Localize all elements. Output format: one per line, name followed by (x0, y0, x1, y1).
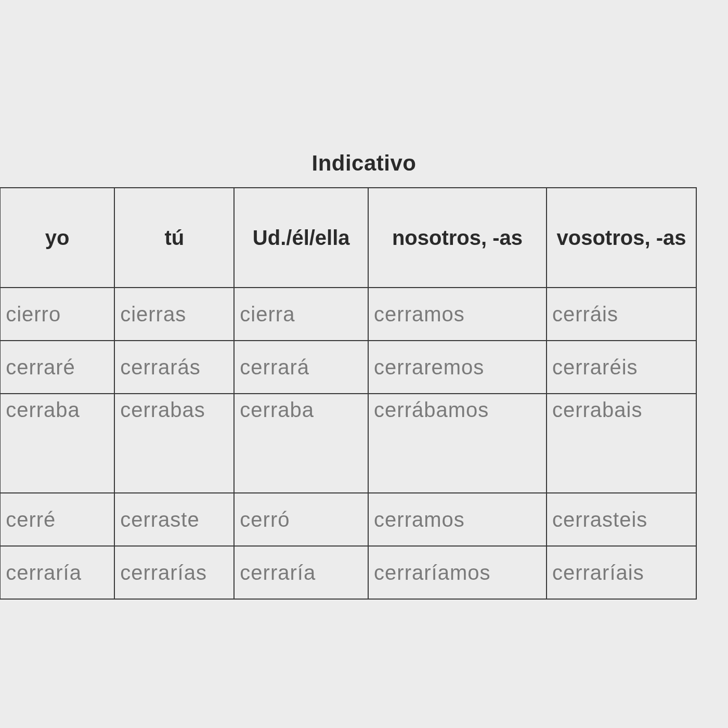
cell: cerrasteis (547, 493, 696, 546)
col-header-tu: tú (114, 188, 234, 288)
cell: cerraba (234, 394, 368, 493)
cell: cerraría (234, 546, 368, 599)
col-header-yo: yo (0, 188, 114, 288)
table-header-row: yo tú Ud./él/ella nosotros, -as vosotros… (0, 188, 696, 288)
col-header-ud: Ud./él/ella (234, 188, 368, 288)
cell: cerraba (0, 394, 114, 493)
table-row: tocerrabacerrabascerrabacerrábamoscerrab… (0, 394, 696, 493)
cell: cerrabas (114, 394, 234, 493)
cell: cerraste (114, 493, 234, 546)
table-body: cierrocierrascierracerramoscerráiscerrar… (0, 288, 696, 599)
table-row: cierrocierrascierracerramoscerráis (0, 288, 696, 341)
cell: cerraréis (547, 341, 696, 394)
cell: cerraríamos (368, 546, 547, 599)
cell: cerraremos (368, 341, 547, 394)
cell: cierra (234, 288, 368, 341)
cell: cerrarás (114, 341, 234, 394)
cell: cerrarías (114, 546, 234, 599)
cell: cerrábamos (368, 394, 547, 493)
cell: cerré (0, 493, 114, 546)
cell: cerráis (547, 288, 696, 341)
col-header-vosotros: vosotros, -as (547, 188, 696, 288)
cell: cerraría (0, 546, 114, 599)
cell: cerraríais (547, 546, 696, 599)
cell: cerrará (234, 341, 368, 394)
cell: cerramos (368, 493, 547, 546)
table-title: Indicativo (0, 151, 728, 176)
table-row: cerrarécerraráscerrarácerraremoscerraréi… (0, 341, 696, 394)
cell: cerró (234, 493, 368, 546)
table-row: cerrécerrastecerrócerramoscerrasteis (0, 493, 696, 546)
col-header-nosotros: nosotros, -as (368, 188, 547, 288)
cell: cierras (114, 288, 234, 341)
cell: cerrabais (547, 394, 696, 493)
cell: cerramos (368, 288, 547, 341)
cell: cierro (0, 288, 114, 341)
table-row: cerraríacerraríascerraríacerraríamoscerr… (0, 546, 696, 599)
conjugation-table: yo tú Ud./él/ella nosotros, -as vosotros… (0, 187, 697, 600)
cell: cerraré (0, 341, 114, 394)
